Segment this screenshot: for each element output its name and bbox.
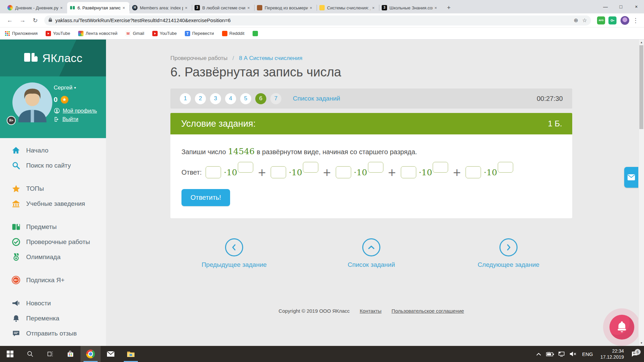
task-list-button[interactable] — [362, 238, 380, 256]
exponent-input-3[interactable] — [368, 162, 383, 173]
back-icon[interactable]: ← — [5, 15, 15, 25]
network-icon[interactable] — [556, 351, 567, 357]
window-close-button[interactable]: × — [629, 0, 644, 13]
sidebar-item-feedback[interactable]: Отправить отзыв — [0, 326, 106, 341]
url-text[interactable]: yaklass.ru/TestWorkRun/Exercise?testResu… — [55, 17, 570, 23]
tab-number-systems-2[interactable]: Системы счисления: д × — [317, 2, 379, 13]
sidebar-item-home[interactable]: Начало — [0, 143, 106, 158]
feedback-mail-tab[interactable] — [624, 167, 638, 188]
page-scrollbar[interactable]: ▲ ▼ — [638, 40, 644, 346]
sidebar-item-search[interactable]: Поиск по сайту — [0, 158, 106, 173]
tab-close-icon[interactable]: × — [183, 5, 189, 11]
new-tab-button[interactable]: + — [444, 3, 453, 12]
my-profile-link[interactable]: Мой профиль — [54, 108, 97, 114]
browser-profile-avatar[interactable] — [621, 16, 629, 25]
bookmark-gmail[interactable]: M Gmail — [125, 31, 144, 36]
question-circle-7[interactable]: 7 — [270, 93, 281, 104]
taskbar-chrome-button[interactable] — [80, 346, 101, 362]
bookmark-star-icon[interactable]: ☆ — [582, 17, 587, 23]
bookmark-news-feed[interactable]: Лента новостей — [78, 31, 117, 36]
avg-extension-icon[interactable]: AVG — [597, 16, 605, 24]
tab-znanija[interactable]: 3 Школьные Знания.com × — [379, 2, 441, 13]
next-task-link[interactable]: Следующее задание — [445, 261, 572, 268]
browser-menu-icon[interactable]: ⋮ — [633, 17, 639, 24]
reload-icon[interactable]: ↻ — [30, 15, 40, 25]
tab-dnevnik[interactable]: Дневник - Дневник.ру × — [5, 2, 67, 13]
window-maximize-button[interactable]: □ — [613, 0, 629, 13]
tray-chevron-up-icon[interactable] — [533, 353, 544, 356]
sidebar-item-break[interactable]: Переменка — [0, 311, 106, 326]
exponent-input-2[interactable] — [303, 162, 318, 173]
scroll-down-icon[interactable]: ▼ — [639, 341, 644, 346]
tab-octal-conversion[interactable]: Перевод из восьмери × — [254, 2, 317, 13]
coefficient-input-5[interactable] — [466, 166, 481, 178]
coefficient-input-3[interactable] — [336, 166, 351, 178]
scrollbar-thumb[interactable] — [639, 45, 643, 129]
address-bar[interactable]: yaklass.ru/TestWorkRun/Exercise?testResu… — [44, 15, 591, 25]
scroll-up-icon[interactable]: ▲ — [639, 40, 644, 45]
tab-close-icon[interactable]: × — [246, 5, 252, 11]
sidebar-item-tests[interactable]: Проверочные работы — [0, 234, 106, 249]
question-circle-4[interactable]: 4 — [225, 93, 236, 104]
sidebar-item-olympiad[interactable]: Олимпиада — [0, 249, 106, 264]
question-circle-1[interactable]: 1 — [180, 93, 191, 104]
sidebar-item-yaplus[interactable]: Я+ Подписка Я+ — [0, 273, 106, 288]
coefficient-input-4[interactable] — [401, 166, 416, 178]
zoom-in-icon[interactable]: ⊕ — [574, 17, 578, 23]
start-button[interactable] — [0, 346, 20, 362]
tab-close-icon[interactable]: × — [58, 5, 64, 11]
tab-close-icon[interactable]: × — [433, 5, 439, 11]
taskbar-search-button[interactable] — [20, 346, 40, 362]
tab-members-area[interactable]: H Members area: index p × — [129, 2, 192, 13]
bookmark-reddit[interactable]: Redddit — [222, 31, 245, 36]
exponent-input-4[interactable] — [433, 162, 448, 173]
task-view-button[interactable] — [40, 346, 60, 362]
forward-icon[interactable]: → — [17, 15, 28, 25]
user-name[interactable]: Сергей • — [54, 84, 97, 91]
sidebar-item-schools[interactable]: Учебные заведения — [0, 196, 106, 211]
user-agreement-link[interactable]: Пользовательское соглашение — [391, 308, 464, 314]
previous-task-link[interactable]: Предыдущее задание — [170, 261, 298, 268]
taskbar-mail-button[interactable] — [101, 346, 121, 362]
previous-task-button[interactable] — [225, 238, 243, 256]
next-task-button[interactable] — [499, 238, 518, 256]
tab-yaklass-active[interactable]: 6. Развёрнутая запись × — [67, 2, 129, 13]
volume-muted-icon[interactable] — [567, 351, 579, 357]
submit-answer-button[interactable]: Ответить! — [181, 189, 230, 206]
avatar[interactable]: Я+ — [12, 82, 52, 122]
sidebar-item-subjects[interactable]: Предметы — [0, 219, 106, 234]
clock[interactable]: 22:34 17.12.2019 — [600, 348, 624, 360]
tab-close-icon[interactable]: × — [121, 5, 127, 11]
question-circle-2[interactable]: 2 — [195, 93, 206, 104]
coefficient-input-1[interactable] — [206, 166, 221, 178]
tab-close-icon[interactable]: × — [370, 5, 376, 11]
breadcrumb-parent[interactable]: Проверочные работы — [170, 55, 227, 61]
microsoft-store-button[interactable] — [60, 346, 80, 362]
window-minimize-button[interactable]: — — [598, 0, 613, 13]
question-circle-6-active[interactable]: 6 — [255, 93, 266, 104]
task-list-link[interactable]: Список заданий — [293, 95, 340, 102]
logout-link[interactable]: Выйти — [54, 116, 97, 122]
task-list-bottom-link[interactable]: Список заданий — [308, 261, 435, 268]
sidebar-item-news[interactable]: Новости — [0, 296, 106, 311]
coefficient-input-2[interactable] — [271, 166, 286, 178]
bookmark-apps[interactable]: Приложения — [5, 31, 38, 36]
contacts-link[interactable]: Контакты — [360, 308, 382, 314]
battery-icon[interactable] — [544, 352, 556, 356]
question-circle-3[interactable]: 3 — [210, 93, 221, 104]
tab-number-systems-1[interactable]: 3 В любой системе счис × — [192, 2, 254, 13]
exponent-input-5[interactable] — [498, 162, 513, 173]
notification-bell-button[interactable] — [609, 315, 634, 340]
exponent-input-1[interactable] — [238, 162, 253, 173]
bookmark-translate[interactable]: Т Перевести — [185, 31, 214, 36]
bookmark-youtube-1[interactable]: YouTube — [46, 31, 70, 36]
breadcrumb-current-link[interactable]: 8 А Системы счисления — [239, 55, 303, 61]
tab-close-icon[interactable]: × — [308, 5, 314, 11]
bookmark-youtube-2[interactable]: YouTube — [152, 31, 177, 36]
bookmark-green-shield[interactable] — [253, 31, 260, 36]
yaklass-logo[interactable]: ЯКласс — [0, 40, 106, 76]
password-key-extension-icon[interactable] — [608, 16, 616, 24]
language-indicator[interactable]: ENG — [582, 351, 593, 357]
notification-center-button[interactable]: 6 — [628, 351, 641, 357]
question-circle-5[interactable]: 5 — [240, 93, 251, 104]
